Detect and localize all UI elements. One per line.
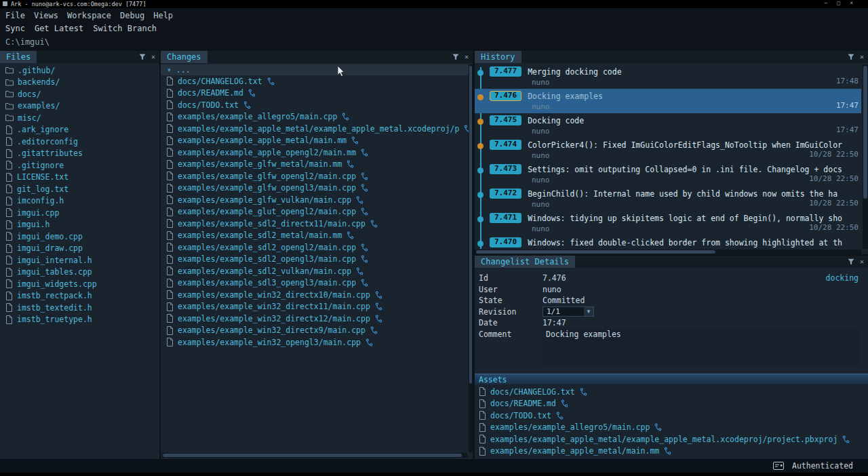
commit-row[interactable]: 7.472BeginChild(): Internal name used by… <box>475 186 861 211</box>
history-panel-title[interactable]: History <box>475 51 521 63</box>
toolbar-button-get-latest[interactable]: Get Latest <box>35 24 83 33</box>
menu-item-help[interactable]: Help <box>153 11 173 20</box>
filter-icon[interactable] <box>848 258 854 265</box>
file-tree-item[interactable]: backends/ <box>0 77 155 89</box>
file-tree-item[interactable]: .gitattributes <box>0 148 155 160</box>
revision-badge[interactable]: 7.476 <box>490 91 521 101</box>
revision-select[interactable]: 1/1 ▼ <box>542 306 594 317</box>
changed-file-item[interactable]: docs/README.md <box>161 87 469 100</box>
changed-file-item[interactable]: examples/example_win32_directx12/main.cp… <box>161 313 469 325</box>
changed-file-item[interactable]: examples/example_sdl2_opengl2/main.cpp <box>161 241 469 254</box>
changed-file-item[interactable]: examples/example_sdl2_metal/main.mm <box>161 230 469 242</box>
file-tree-item[interactable]: imgui_draw.cpp <box>0 243 155 255</box>
revision-badge[interactable]: 7.475 <box>490 115 521 125</box>
changed-file-item[interactable]: examples/example_win32_directx9/main.cpp <box>161 325 469 337</box>
menu-item-debug[interactable]: Debug <box>120 11 144 20</box>
revision-badge[interactable]: 7.470 <box>490 237 521 247</box>
file-tree-item[interactable]: .github/ <box>0 64 155 77</box>
file-tree-item[interactable]: .editorconfig <box>0 136 155 148</box>
file-tree-item[interactable]: imstb_textedit.h <box>0 302 155 314</box>
close-icon[interactable]: ✕ <box>465 54 469 60</box>
file-tree-item[interactable]: examples/ <box>0 100 155 113</box>
filter-icon[interactable] <box>139 54 146 60</box>
changed-file-item[interactable]: examples/example_win32_opengl3/main.cpp <box>161 336 469 349</box>
assets-section-header[interactable]: Assets <box>475 374 868 384</box>
file-tree-item[interactable]: imconfig.h <box>0 195 155 207</box>
commit-row[interactable]: 7.475Docking codenuno17:47 <box>475 113 861 138</box>
file-tree-item[interactable]: .ark_ignore <box>0 124 155 136</box>
filter-icon[interactable] <box>848 54 854 60</box>
changed-file-item[interactable]: examples/example_allegro5/main.cpp <box>161 111 469 123</box>
file-tree-item[interactable]: imgui_internal.h <box>0 254 155 266</box>
commit-row[interactable]: 7.473Settings: omit outputing Collapsed=… <box>475 162 861 186</box>
changed-file-item[interactable]: examples/example_sdl3_opengl3/main.cpp <box>161 277 469 290</box>
asset-file-item[interactable]: examples/example_apple_metal/example_app… <box>475 433 864 445</box>
file-tree-item[interactable]: imgui_demo.cpp <box>0 231 155 243</box>
file-tree-item[interactable]: imstb_rectpack.h <box>0 290 155 302</box>
chevron-down-icon[interactable]: ▼ <box>584 307 593 316</box>
revision-badge[interactable]: 7.472 <box>490 189 521 199</box>
changed-file-item[interactable]: examples/example_sdl2_directx11/main.cpp <box>161 218 469 230</box>
changed-file-item[interactable]: examples/example_sdl2_vulkan/main.cpp <box>161 265 469 277</box>
changed-file-item[interactable]: docs/TODO.txt <box>161 99 469 111</box>
changed-file-item[interactable]: examples/example_glfw_metal/main.mm <box>161 159 469 171</box>
asset-file-item[interactable]: docs/CHANGELOG.txt <box>475 386 864 398</box>
changed-file-item[interactable]: examples/example_glfw_opengl3/main.cpp <box>161 182 469 195</box>
menu-item-file[interactable]: File <box>5 11 25 20</box>
changes-horizontal-scrollbar[interactable] <box>162 453 467 458</box>
changes-panel-title[interactable]: Changes <box>161 51 208 63</box>
file-tree-item[interactable]: git_log.txt <box>0 183 155 195</box>
asset-file-item[interactable]: docs/TODO.txt <box>475 410 864 422</box>
commit-row[interactable]: 7.471Windows: tidying up skipitems logic… <box>475 211 861 235</box>
changes-root-row[interactable]: ▼ ... <box>161 64 469 75</box>
maximize-button[interactable]: □ <box>837 0 840 6</box>
files-panel-title[interactable]: Files <box>0 51 37 63</box>
close-icon[interactable]: ✕ <box>860 258 864 265</box>
file-tree-item[interactable]: imgui.cpp <box>0 207 155 219</box>
revision-badge[interactable]: 7.473 <box>490 164 521 174</box>
close-window-button[interactable]: × <box>850 0 853 6</box>
commit-row[interactable]: 7.470Windows: fixed double-clicked borde… <box>475 235 861 249</box>
file-tree-item[interactable]: imgui_tables.cpp <box>0 266 155 279</box>
file-tree-item[interactable]: imstb_truetype.h <box>0 314 155 326</box>
scrollbar-thumb[interactable] <box>163 454 462 457</box>
revision-badge[interactable]: 7.474 <box>490 140 521 150</box>
close-icon[interactable]: ✕ <box>151 54 155 60</box>
file-tree-item[interactable]: .gitignore <box>0 159 155 172</box>
commit-row[interactable]: 7.474ColorPicker4(): Fixed ImGuiColorEdi… <box>475 138 861 162</box>
file-tree-item[interactable]: LICENSE.txt <box>0 172 155 184</box>
changed-file-item[interactable]: examples/example_glfw_opengl2/main.cpp <box>161 170 469 182</box>
scrollbar-thumb[interactable] <box>469 66 472 384</box>
changed-file-item[interactable]: examples/example_win32_directx11/main.cp… <box>161 301 469 313</box>
changed-file-item[interactable]: examples/example_apple_opengl2/main.mm <box>161 146 469 159</box>
changes-vertical-scrollbar[interactable] <box>469 64 473 452</box>
changed-file-item[interactable]: examples/example_apple_metal/example_app… <box>161 123 469 135</box>
revision-badge[interactable]: 7.471 <box>490 213 521 223</box>
file-tree-item[interactable]: imgui.h <box>0 219 155 231</box>
close-icon[interactable]: ✕ <box>860 54 864 60</box>
changed-file-item[interactable]: docs/CHANGELOG.txt <box>161 75 469 87</box>
commit-row[interactable]: 7.477Merging docking codenuno17:48 <box>475 64 861 89</box>
revision-badge[interactable]: 7.477 <box>490 66 521 77</box>
scrollbar-thumb[interactable] <box>863 66 867 199</box>
changed-file-item[interactable]: examples/example_win32_directx10/main.cp… <box>161 289 469 301</box>
file-tree-item[interactable]: docs/ <box>0 88 155 100</box>
changed-file-item[interactable]: examples/example_glfw_vulkan/main.cpp <box>161 194 469 206</box>
menu-item-views[interactable]: Views <box>34 11 58 20</box>
file-tree-item[interactable]: imgui_widgets.cpp <box>0 278 155 290</box>
filter-icon[interactable] <box>452 54 459 60</box>
history-vertical-scrollbar[interactable] <box>863 64 868 249</box>
scrollbar-thumb[interactable] <box>476 250 715 254</box>
changed-file-item[interactable]: examples/example_glut_opengl2/main.cpp <box>161 206 469 218</box>
asset-file-item[interactable]: docs/README.md <box>475 398 864 410</box>
history-horizontal-scrollbar[interactable] <box>475 250 861 254</box>
toolbar-button-switch-branch[interactable]: Switch Branch <box>93 24 157 33</box>
changed-file-item[interactable]: examples/example_sdl2_opengl3/main.cpp <box>161 254 469 266</box>
asset-file-item[interactable]: examples/example_apple_metal/main.mm <box>475 445 864 458</box>
toolbar-button-sync[interactable]: Sync <box>5 24 25 33</box>
chevron-down-icon[interactable]: ▼ <box>167 67 171 73</box>
minimize-button[interactable]: – <box>825 0 828 6</box>
details-panel-title[interactable]: Changelist Details <box>475 256 575 268</box>
commit-row[interactable]: 7.476Docking examplesnuno17:47 <box>475 89 861 113</box>
changed-file-item[interactable]: examples/example_apple_metal/main.mm <box>161 135 469 147</box>
